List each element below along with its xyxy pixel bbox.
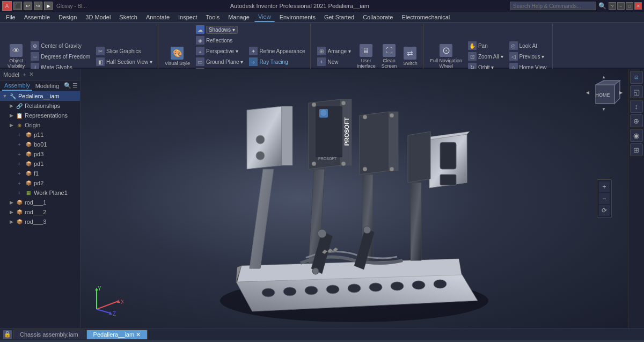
- nav-tool-4[interactable]: ◉: [630, 129, 643, 142]
- tree-expand-rod2[interactable]: ▶: [9, 209, 14, 215]
- nav-tool-1[interactable]: ◱: [630, 85, 643, 98]
- viewcube[interactable]: HOME ▲ ▼ ◀ ▶: [585, 74, 623, 112]
- tree-item-pd3[interactable]: ▶ + 📦 pd3: [0, 149, 80, 159]
- half-section-btn[interactable]: ◧ Half Section View ▾: [94, 57, 155, 67]
- tree-item-rod2[interactable]: ▶ 📦 rod___2: [0, 207, 80, 217]
- nav-expand-btn[interactable]: ⊡: [630, 71, 643, 84]
- navigate-col: ✋ Pan ⊡ Zoom All ▾ ↻ Orbit ▾: [466, 41, 506, 72]
- new-btn[interactable]: + New: [315, 57, 353, 67]
- help-btn[interactable]: ?: [609, 2, 616, 10]
- look-at-btn[interactable]: ◎ Look At: [507, 41, 549, 50]
- full-nav-wheel-btn[interactable]: ⊙ Full NavigationWheel: [428, 43, 464, 70]
- shadows-dropdown[interactable]: Shadows ▾: [206, 26, 238, 34]
- toolbar-icon-4[interactable]: ▶: [44, 2, 53, 10]
- toolbar-icon-2[interactable]: ↩: [24, 2, 32, 10]
- menu-bar: File Assemble Design 3D Model Sketch Ann…: [0, 12, 644, 23]
- refine-appearance-btn[interactable]: ✦ Refine Appearance: [247, 46, 307, 56]
- new-label: New: [327, 59, 338, 65]
- tree-expand-rod3[interactable]: ▶: [9, 219, 14, 224]
- tree-label-root: Pedaliera__iam: [18, 93, 59, 99]
- menu-sketch[interactable]: Sketch: [115, 13, 141, 21]
- menu-view[interactable]: View: [254, 12, 275, 22]
- menu-environments[interactable]: Environments: [276, 13, 319, 21]
- tab-modeling[interactable]: Modeling: [33, 82, 62, 90]
- tree-label-pd1: pd1: [34, 161, 43, 167]
- search-icon[interactable]: 🔍: [598, 2, 606, 10]
- status-tab-pedaliera[interactable]: Pedaliera__iam ✕: [86, 330, 148, 339]
- nav-overlay-btn-2[interactable]: −: [599, 193, 610, 204]
- tree-item-relationships[interactable]: ▶ 🔗 Relationships: [0, 101, 80, 111]
- menu-design[interactable]: Design: [55, 13, 80, 21]
- status-tab-chassis[interactable]: Chassis assembly.iam: [13, 330, 85, 339]
- tree-item-representations[interactable]: ▶ 📋 Representations: [0, 111, 80, 120]
- tree-expand-origin[interactable]: ▶: [9, 122, 14, 128]
- nav-tool-2[interactable]: ↕: [630, 100, 643, 113]
- ray-tracing-btn[interactable]: ⟐ Ray Tracing: [247, 57, 307, 67]
- viewport[interactable]: PROSOFT PROSOFT: [80, 69, 628, 328]
- menu-electromechanical[interactable]: Electromechanical: [398, 13, 453, 21]
- svg-point-23: [363, 167, 367, 171]
- tree-expand-rod1[interactable]: ▶: [9, 200, 14, 205]
- previous-btn[interactable]: ◁ Previous ▾: [507, 52, 549, 61]
- ribbon-btn-object-visibility[interactable]: 👁 ObjectVisibility: [5, 43, 27, 70]
- svg-point-1: [262, 288, 275, 297]
- nav-overlay-btn-3[interactable]: ⟳: [599, 205, 610, 216]
- tree-item-workplane1[interactable]: ▶ + ▦ Work Plane1: [0, 188, 80, 198]
- menu-annotate[interactable]: Annotate: [142, 13, 173, 21]
- toolbar-icon-1[interactable]: ⬛: [13, 2, 22, 10]
- slice-graphics-btn[interactable]: ✂ Slice Graphics: [94, 46, 155, 56]
- perspective-btn[interactable]: ⟁ Perspective ▾: [194, 46, 246, 56]
- menu-getstarted[interactable]: Get Started: [320, 13, 358, 21]
- tree-item-pd2[interactable]: ▶ + 📦 pd2: [0, 178, 80, 188]
- user-interface-btn[interactable]: 🖥 UserInterface: [355, 43, 378, 70]
- close-btn[interactable]: ✕: [634, 2, 642, 10]
- search-sidebar-btn[interactable]: 🔍: [64, 82, 71, 89]
- minimize-btn[interactable]: −: [617, 2, 625, 10]
- svg-text:PROSOFT: PROSOFT: [343, 117, 350, 145]
- tree-item-rod3[interactable]: ▶ 📦 rod___3: [0, 217, 80, 227]
- menu-inspect[interactable]: Inspect: [174, 13, 201, 21]
- ribbon-btn-visual-style[interactable]: 🎨 Visual Style: [163, 46, 192, 67]
- pan-btn[interactable]: ✋ Pan: [466, 41, 506, 50]
- menu-assemble[interactable]: Assemble: [20, 13, 54, 21]
- menu-file[interactable]: File: [2, 13, 19, 21]
- switch-btn[interactable]: ⇄ Switch: [400, 46, 420, 67]
- tree-expand-root[interactable]: ▼: [2, 93, 8, 99]
- nav-overlay-btn-1[interactable]: +: [599, 181, 610, 192]
- center-gravity-btn[interactable]: ⊕ Center of Gravity: [28, 41, 92, 50]
- tree-item-f1[interactable]: ▶ + 📦 f1: [0, 169, 80, 178]
- tree-item-pd1[interactable]: ▶ + 📦 pd1: [0, 159, 80, 169]
- menu-tools[interactable]: Tools: [202, 13, 224, 21]
- toolbar-icon-3[interactable]: ↪: [34, 2, 42, 10]
- clean-screen-btn[interactable]: ⛶ CleanScreen: [379, 43, 399, 70]
- previous-label: Previous ▾: [519, 54, 545, 60]
- search-input[interactable]: [510, 2, 596, 10]
- tree-item-p11[interactable]: ▶ + 📦 p11: [0, 130, 80, 140]
- menu-manage[interactable]: Manage: [224, 13, 253, 21]
- maximize-btn[interactable]: □: [626, 2, 633, 10]
- nav-tool-5[interactable]: ⊞: [630, 143, 643, 156]
- arrange-btn[interactable]: ⊞ Arrange ▾: [315, 46, 353, 56]
- degrees-freedom-btn[interactable]: ↔ Degrees of Freedom: [28, 52, 92, 61]
- menu-3dmodel[interactable]: 3D Model: [82, 13, 114, 21]
- tab-assembly[interactable]: Assembly: [2, 81, 32, 91]
- tree-item-bo01[interactable]: ▶ + 📦 bo01: [0, 140, 80, 149]
- tree-item-rod1[interactable]: ▶ 📦 rod___1: [0, 198, 80, 207]
- tree-icon-origin: ⊕: [16, 121, 23, 129]
- zoom-all-btn[interactable]: ⊡ Zoom All ▾: [466, 52, 506, 61]
- status-bar: 🔒 Chassis assembly.iam Pedaliera__iam ✕: [0, 328, 644, 340]
- tree-item-root[interactable]: ▼ 🔧 Pedaliera__iam: [0, 91, 80, 101]
- shadows-btn[interactable]: ☁ Shadows ▾: [194, 25, 246, 34]
- sidebar-menu-btn[interactable]: ☰: [72, 82, 78, 89]
- tree-item-origin[interactable]: ▶ ⊕ Origin: [0, 120, 80, 130]
- ground-plane-btn[interactable]: ▭ Ground Plane ▾: [194, 57, 246, 67]
- model-close-btn[interactable]: ✕: [29, 71, 34, 78]
- search-bar: 🔍: [510, 2, 606, 10]
- reflections-btn[interactable]: ◈ Reflections: [194, 35, 246, 45]
- nav-tool-3[interactable]: ⊕: [630, 114, 643, 127]
- model-add-btn[interactable]: +: [23, 71, 26, 78]
- tree-expand-representations[interactable]: ▶: [9, 113, 14, 118]
- tree-expand-relationships[interactable]: ▶: [9, 103, 14, 108]
- menu-collaborate[interactable]: Collaborate: [359, 13, 397, 21]
- half-section-icon: ◧: [96, 57, 105, 66]
